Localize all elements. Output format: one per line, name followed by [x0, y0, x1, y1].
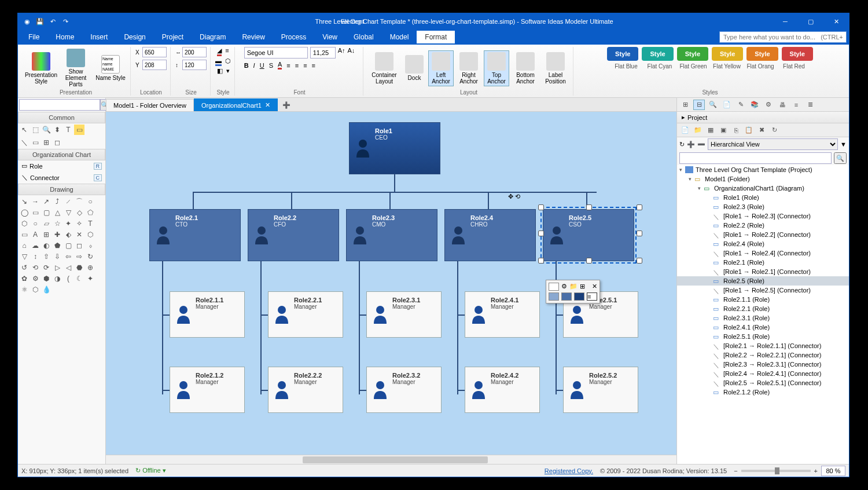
tree-root[interactable]: ▾Three Level Org Chart Template (Project…: [677, 165, 849, 174]
name-style-button[interactable]: NamenameNAMEName Style: [94, 54, 127, 82]
org-node[interactable]: Role1CEO: [349, 122, 440, 174]
style-chip-2[interactable]: Style: [677, 47, 708, 61]
doc-tab[interactable]: OrganizationalChart1✕: [194, 98, 278, 111]
shape-tool-14[interactable]: ⬡: [19, 218, 30, 229]
shape-tool-18[interactable]: ✦: [63, 218, 73, 229]
shrink-font-icon[interactable]: A↓: [348, 47, 355, 58]
tree-item[interactable]: ▾▭OrganizationalChart1 (Diagram): [677, 184, 849, 193]
element-icon[interactable]: ▣: [718, 125, 729, 136]
menu-diagram[interactable]: Diagram: [192, 31, 234, 43]
shape-tool-16[interactable]: ▱: [41, 218, 52, 229]
shape-tool-9[interactable]: ▢: [41, 207, 52, 218]
selection-handle[interactable]: [538, 204, 544, 210]
bold-button[interactable]: B: [244, 62, 249, 69]
project-search-input[interactable]: [679, 152, 832, 164]
horizontal-scrollbar[interactable]: [106, 455, 676, 464]
tree-icon[interactable]: ⊟: [693, 100, 705, 110]
align-center-icon[interactable]: ≡: [295, 62, 299, 69]
frame-tool-icon[interactable]: ◻: [52, 137, 62, 148]
menu-file[interactable]: File: [20, 31, 47, 43]
org-node[interactable]: Role2.3CMO: [346, 209, 437, 261]
shape-tool-30[interactable]: ◐: [41, 240, 52, 251]
line-tool-icon[interactable]: ＼: [19, 137, 30, 148]
org-node[interactable]: Role2.4.1Manager: [465, 291, 540, 338]
tree-item[interactable]: ＼[Role2.2 → Role2.2.1] (Connector): [677, 350, 849, 360]
move-icon[interactable]: ✥: [508, 193, 513, 200]
org-node[interactable]: Role2.1.1Manager: [170, 291, 245, 338]
close-tab-icon[interactable]: ✕: [265, 101, 270, 109]
tree-item[interactable]: ▭Role2.5 (Role): [677, 276, 849, 286]
show-element-parts-button[interactable]: Show Element Parts: [60, 47, 92, 89]
swatch[interactable]: [549, 283, 559, 291]
note-tool-icon[interactable]: ▭: [74, 125, 84, 135]
menu-format[interactable]: Format: [417, 31, 455, 43]
font-family-select[interactable]: [244, 47, 308, 58]
org-node[interactable]: Role2.5CSO: [543, 209, 634, 261]
menu-design[interactable]: Design: [116, 31, 153, 43]
tree-item[interactable]: ＼[Role2.3 → Role2.3.1] (Connector): [677, 360, 849, 369]
shape-tool-33[interactable]: ◻: [74, 240, 84, 251]
shape-tool-26[interactable]: ✕: [74, 229, 84, 240]
fill-color-icon[interactable]: ◢: [217, 47, 222, 56]
grid-icon[interactable]: ⊞: [580, 283, 585, 291]
tree-item[interactable]: ＼[Role2.4 → Role2.4.1] (Connector): [677, 369, 849, 378]
shape-tool-45[interactable]: ▷: [52, 262, 62, 273]
shape-tool-44[interactable]: ⟳: [41, 262, 52, 273]
org-node[interactable]: Role2.4.2Manager: [465, 367, 540, 413]
strike-button[interactable]: S: [269, 62, 273, 69]
tree-item[interactable]: ＼[Role1 → Role2.5] (Connector): [677, 286, 849, 295]
shape-tool-24[interactable]: ✚: [52, 229, 62, 240]
menu-insert[interactable]: Insert: [82, 31, 116, 43]
find-icon[interactable]: 🔍: [707, 100, 719, 110]
shape-tool-50[interactable]: ⚙: [30, 273, 41, 284]
valign-icon[interactable]: ≡: [312, 62, 315, 69]
shape-tool-4[interactable]: ⟋: [63, 196, 73, 207]
category-common[interactable]: Common: [18, 112, 105, 123]
zoom-tool-icon[interactable]: 🔍: [41, 125, 52, 135]
offline-status[interactable]: ↻ Offline ▾: [135, 467, 166, 474]
font-color-icon[interactable]: A: [278, 61, 282, 70]
shape-tool-27[interactable]: ⬡: [85, 229, 95, 240]
selection-handle[interactable]: [637, 204, 642, 210]
line-style-icon[interactable]: ≡: [225, 47, 229, 56]
doc-tab[interactable]: Model1 - Folder Overview: [106, 99, 194, 111]
style-chip-4[interactable]: Style: [746, 47, 778, 61]
category-drawing[interactable]: Drawing: [18, 184, 105, 195]
zoom-input[interactable]: [821, 466, 845, 476]
org-node[interactable]: Role2.2.1Manager: [268, 291, 343, 338]
maximize-button[interactable]: ▢: [798, 13, 823, 30]
books-icon[interactable]: 📚: [749, 100, 760, 110]
toolbox-search-input[interactable]: [19, 99, 100, 111]
canvas[interactable]: Role1CEORole2.1CTORole2.2CFORole2.3CMORo…: [106, 112, 676, 455]
selection-handle[interactable]: [538, 258, 544, 264]
menu-process[interactable]: Process: [273, 31, 314, 43]
style-chip-3[interactable]: Style: [712, 47, 743, 61]
minimize-button[interactable]: ─: [773, 13, 798, 30]
shape-tool-11[interactable]: ▽: [63, 207, 73, 218]
shape-tool-38[interactable]: ⇩: [52, 251, 62, 262]
org-node[interactable]: Role2.3.2Manager: [366, 367, 442, 413]
tree-item[interactable]: ＼[Role1 → Role2.3] (Connector): [677, 211, 849, 221]
tree-item[interactable]: ＼[Role1 → Role2.4] (Connector): [677, 248, 849, 258]
project-search-button[interactable]: 🔍: [834, 152, 847, 164]
save-icon[interactable]: 💾: [35, 17, 45, 26]
layers-icon[interactable]: ≡: [790, 100, 802, 110]
italic-button[interactable]: I: [253, 62, 255, 69]
tree-item[interactable]: ▾▭Model1 (Folder): [677, 174, 849, 184]
org-node[interactable]: Role2.4CHRO: [444, 209, 536, 261]
shape-tool-19[interactable]: ✧: [74, 218, 84, 229]
right-anchor-button[interactable]: Right Anchor: [456, 51, 481, 86]
shape-tool-6[interactable]: ○: [85, 196, 95, 207]
shape-tool-17[interactable]: ☆: [52, 218, 62, 229]
style-chip-1[interactable]: Style: [642, 47, 673, 61]
copy-icon[interactable]: ⎘: [730, 125, 742, 136]
x-input[interactable]: [142, 47, 167, 57]
shape-tool-48[interactable]: ⊕: [85, 262, 95, 273]
shape-tool-39[interactable]: ⇦: [63, 251, 73, 262]
shape-tool-41[interactable]: ↻: [85, 251, 95, 262]
shape-tool-25[interactable]: ⬖: [63, 229, 73, 240]
registered-link[interactable]: Registered Copy.: [545, 467, 593, 474]
shape-tool-32[interactable]: ▢: [63, 240, 73, 251]
tree-item[interactable]: ＼[Role1 → Role2.2] (Connector): [677, 230, 849, 239]
sync-icon[interactable]: ↻: [679, 141, 685, 148]
